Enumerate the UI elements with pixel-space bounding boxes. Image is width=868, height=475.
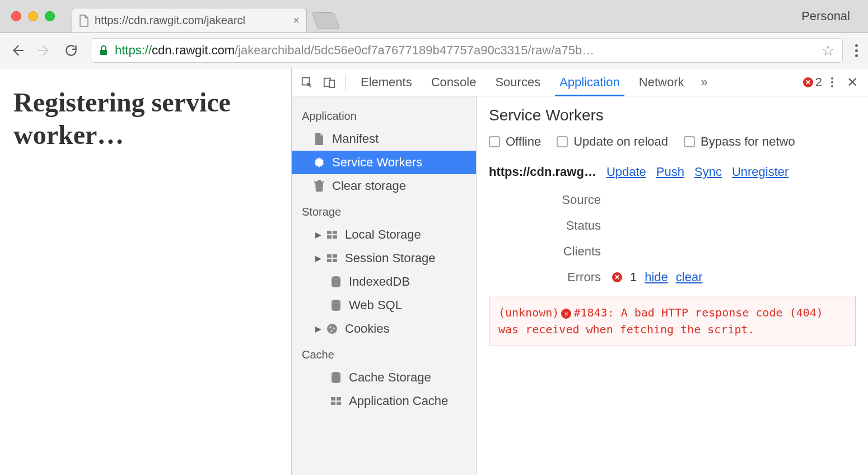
error-source: (unknown) (498, 306, 559, 319)
tab-console[interactable]: Console (423, 68, 484, 96)
file-icon (79, 15, 89, 27)
link-clear[interactable]: clear (676, 270, 703, 285)
inspect-icon[interactable] (297, 76, 316, 89)
link-update[interactable]: Update (606, 165, 646, 179)
separator (346, 74, 346, 90)
label-status: Status (489, 218, 612, 233)
label-clients: Clients (489, 244, 612, 259)
page-heading: Registering service worker… (13, 86, 278, 151)
grid-icon (326, 231, 338, 239)
link-hide[interactable]: hide (645, 270, 668, 285)
database-icon (330, 300, 342, 311)
tab-sources[interactable]: Sources (487, 68, 548, 96)
label-errors: Errors (489, 270, 612, 285)
window-close-button[interactable] (11, 11, 21, 21)
checkbox-offline[interactable]: Offline (489, 134, 541, 149)
svg-rect-2 (329, 80, 334, 87)
database-icon (330, 372, 342, 383)
more-tabs-icon[interactable]: » (695, 75, 713, 90)
window-maximize-button[interactable] (45, 11, 55, 21)
browser-menu-button[interactable] (855, 44, 858, 57)
svg-point-4 (332, 300, 340, 303)
svg-point-6 (330, 327, 332, 328)
sidebar-item-cookies[interactable]: ▶ Cookies (292, 317, 476, 341)
expand-icon[interactable]: ▶ (315, 230, 321, 239)
sidebar-item-local-storage[interactable]: ▶ Local Storage (292, 223, 476, 246)
grid-icon (330, 397, 342, 405)
link-sync[interactable]: Sync (694, 165, 722, 179)
svg-point-7 (333, 328, 335, 329)
address-bar[interactable]: https://cdn.rawgit.com/jakearchibald/5dc… (91, 38, 843, 63)
svg-point-8 (331, 330, 333, 332)
link-push[interactable]: Push (656, 165, 684, 179)
cookie-icon (326, 323, 338, 334)
label-source: Source (489, 193, 612, 207)
expand-icon[interactable]: ▶ (315, 324, 321, 333)
sidebar-section-cache: Cache (292, 341, 476, 366)
sidebar-item-application-cache[interactable]: Application Cache (292, 389, 476, 413)
error-icon: ✕ (803, 77, 813, 87)
sidebar-item-websql[interactable]: Web SQL (292, 294, 476, 317)
device-toggle-icon[interactable] (320, 76, 339, 89)
tab-title: https://cdn.rawgit.com/jakearcl (95, 14, 288, 27)
browser-tab[interactable]: https://cdn.rawgit.com/jakearcl × (72, 8, 307, 32)
error-count-value: 1 (630, 270, 637, 285)
grid-icon (326, 254, 338, 262)
error-indicator[interactable]: ✕ 2 (803, 75, 822, 90)
devtools-close-button[interactable]: ✕ (842, 74, 862, 90)
link-unregister[interactable]: Unregister (732, 165, 788, 179)
url-protocol: https:// (115, 43, 152, 58)
svg-point-9 (332, 372, 340, 375)
sidebar-item-cache-storage[interactable]: Cache Storage (292, 366, 476, 389)
sidebar-item-indexeddb[interactable]: IndexedDB (292, 270, 476, 294)
reload-button[interactable] (64, 43, 78, 58)
back-button[interactable] (10, 43, 25, 58)
tab-application[interactable]: Application (552, 68, 628, 96)
error-count: 2 (815, 75, 822, 90)
document-icon (313, 133, 325, 145)
window-minimize-button[interactable] (28, 11, 38, 21)
svg-point-3 (332, 276, 340, 280)
checkbox-update-on-reload[interactable]: Update on reload (557, 134, 668, 149)
tab-network[interactable]: Network (631, 68, 692, 96)
error-icon: ✕ (612, 272, 622, 282)
forward-button (37, 43, 52, 58)
checkbox-bypass-network[interactable]: Bypass for netwo (684, 134, 795, 149)
sidebar-item-session-storage[interactable]: ▶ Session Storage (292, 246, 476, 270)
sidebar-section-storage: Storage (292, 198, 476, 223)
trash-icon (313, 180, 325, 192)
new-tab-button[interactable] (312, 12, 340, 29)
devtools-panel: Elements Console Sources Application Net… (291, 68, 868, 475)
error-icon: ✕ (561, 309, 571, 319)
expand-icon[interactable]: ▶ (315, 254, 321, 263)
url-path: /jakearchibald/5dc56e0cf7a7677189b47757a… (235, 43, 594, 58)
application-sidebar: Application Manifest Service Workers Cle… (292, 96, 477, 475)
page-content: Registering service worker… (0, 68, 291, 475)
lock-icon (99, 45, 108, 55)
database-icon (330, 276, 342, 287)
sidebar-section-application: Application (292, 102, 476, 127)
sidebar-item-clear-storage[interactable]: Clear storage (292, 174, 476, 198)
profile-label[interactable]: Personal (801, 9, 861, 32)
sidebar-item-service-workers[interactable]: Service Workers (292, 151, 476, 174)
devtools-menu-button[interactable] (825, 77, 839, 87)
gear-icon (313, 156, 325, 169)
sw-origin: https://cdn.rawg… (489, 165, 596, 179)
sidebar-item-manifest[interactable]: Manifest (292, 127, 476, 151)
error-message-box: (unknown)✕#1843: A bad HTTP response cod… (489, 296, 856, 346)
tab-close-icon[interactable]: × (293, 14, 300, 27)
svg-point-5 (327, 324, 337, 334)
tab-elements[interactable]: Elements (353, 68, 420, 96)
panel-title: Service Workers (489, 106, 856, 124)
url-host: cdn.rawgit.com (152, 43, 235, 58)
bookmark-icon[interactable]: ☆ (822, 42, 834, 59)
